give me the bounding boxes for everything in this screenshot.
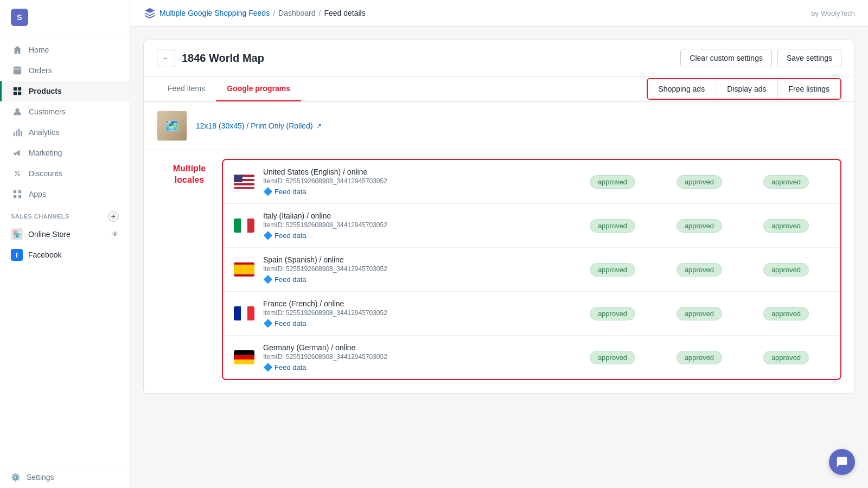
locale-feed-link-us[interactable]: 🔷 Feed data (263, 187, 560, 196)
svg-rect-2 (14, 87, 17, 91)
locale-row-de: Germany (German) / online ItemID: 525519… (223, 336, 840, 379)
settings-label: Settings (27, 473, 54, 481)
svg-rect-18 (18, 195, 21, 198)
sidebar-item-orders[interactable]: Orders (0, 60, 130, 81)
locale-feed-link-es[interactable]: 🔷 Feed data (263, 275, 560, 284)
display-ads-status-de: approved (656, 351, 743, 364)
breadcrumb-sep2: / (319, 9, 321, 17)
sidebar-item-customers[interactable]: Customers (0, 101, 130, 122)
sidebar-item-analytics-label: Analytics (29, 128, 59, 137)
settings-icon: ⚙️ (11, 473, 20, 481)
breadcrumb-current: Feed details (324, 9, 365, 17)
panel-header: ← 1846 World Map Clear custom settings S… (144, 40, 854, 76)
discounts-icon (12, 169, 22, 178)
sidebar-item-customers-label: Customers (29, 107, 66, 116)
badge-approved: approved (676, 175, 722, 189)
breadcrumb-sep1: / (273, 9, 275, 17)
badge-approved: approved (590, 219, 635, 233)
external-link-icon: ↗ (316, 122, 322, 130)
status-badges-fr: approved approved approved (569, 307, 829, 320)
sidebar-item-analytics[interactable]: Analytics (0, 122, 130, 143)
locale-feed-link-de[interactable]: 🔷 Feed data (263, 363, 560, 371)
analytics-icon (12, 127, 22, 137)
display-ads-status-us: approved (656, 175, 743, 189)
tabs-bar: Feed items Google programs Shopping ads … (144, 76, 854, 102)
tab-display-ads[interactable]: Display ads (716, 79, 777, 99)
product-row: 🗺️ 12x18 (30x45) / Print Only (Rolled) ↗ (144, 102, 854, 150)
sidebar-item-discounts-label: Discounts (29, 169, 62, 178)
home-icon (12, 45, 22, 55)
online-store-icon: 🏪 (11, 228, 23, 240)
topbar: Multiple Google Shopping Feeds / Dashboa… (130, 0, 868, 27)
customers-icon (12, 107, 22, 117)
sidebar-item-products[interactable]: Products (0, 81, 130, 101)
back-button[interactable]: ← (157, 49, 175, 67)
badge-approved: approved (763, 263, 809, 277)
free-listings-status-es: approved (743, 263, 829, 277)
main-content: Multiple Google Shopping Feeds / Dashboa… (130, 0, 868, 488)
breadcrumb-dashboard[interactable]: Dashboard (278, 9, 316, 17)
svg-rect-17 (14, 195, 16, 198)
app-logo-icon (143, 7, 156, 20)
badge-approved: approved (590, 175, 635, 189)
flag-it (234, 219, 254, 233)
product-name: 12x18 (30x45) / Print Only (Rolled) (196, 121, 313, 130)
status-badges-us: approved approved approved (569, 175, 829, 189)
tab-feed-items[interactable]: Feed items (157, 76, 216, 101)
locales-table: United States (English) / online ItemID:… (222, 159, 841, 380)
badge-approved: approved (763, 307, 809, 320)
sidebar-item-apps[interactable]: Apps (0, 184, 130, 204)
svg-rect-5 (18, 92, 21, 95)
by-woolytech-label: by WoolyTech (811, 9, 855, 17)
badge-approved: approved (763, 351, 809, 364)
tab-free-listings[interactable]: Free listings (778, 79, 840, 99)
svg-rect-16 (18, 190, 21, 193)
sales-channels-label: SALES CHANNELS (11, 213, 69, 220)
marketing-icon (12, 148, 22, 158)
svg-point-6 (15, 108, 19, 112)
sidebar-logo: S (0, 0, 130, 35)
sidebar-item-home[interactable]: Home (0, 40, 130, 60)
status-badges-it: approved approved approved (569, 219, 829, 233)
sidebar-item-marketing[interactable]: Marketing (0, 143, 130, 163)
feed-data-label-fr: Feed data (275, 319, 307, 328)
badge-approved: approved (676, 263, 722, 277)
add-sales-channel-button[interactable]: + (108, 211, 119, 222)
locale-feed-link-fr[interactable]: 🔷 Feed data (263, 319, 560, 328)
locale-name-us: United States (English) / online (263, 168, 560, 176)
locale-row-es: Spain (Spanish) / online ItemID: 5255192… (223, 248, 840, 292)
sidebar-nav: Home Orders Products Customers Analytics (0, 35, 130, 466)
sidebar: S Home Orders Products Customers (0, 0, 130, 488)
locale-info-it: Italy (Italian) / online ItemID: 5255192… (263, 211, 560, 240)
tab-shopping-ads[interactable]: Shopping ads (648, 79, 717, 99)
badge-approved: approved (763, 219, 809, 233)
online-store-visibility-icon[interactable]: 👁 (111, 230, 119, 239)
svg-rect-7 (14, 132, 15, 136)
locale-feed-link-it[interactable]: 🔷 Feed data (263, 231, 560, 240)
panel-header-left: ← 1846 World Map (157, 49, 264, 67)
sidebar-item-online-store[interactable]: 🏪 Online Store 👁 (0, 224, 130, 245)
sidebar-settings[interactable]: ⚙️ Settings (0, 466, 130, 488)
feed-panel: ← 1846 World Map Clear custom settings S… (143, 40, 855, 394)
locale-name-de: Germany (German) / online (263, 343, 560, 352)
locale-row-it: Italy (Italian) / online ItemID: 5255192… (223, 204, 840, 248)
feed-data-icon-us: 🔷 (263, 187, 272, 196)
badge-approved: approved (763, 175, 809, 189)
badge-approved: approved (676, 219, 722, 233)
orders-icon (12, 66, 22, 75)
tab-google-programs[interactable]: Google programs (216, 76, 301, 101)
facebook-icon: f (11, 249, 23, 261)
free-listings-status-fr: approved (743, 307, 829, 320)
locale-itemid-it: ItemID: 5255192608908_34412945703052 (263, 221, 560, 229)
product-name-link[interactable]: 12x18 (30x45) / Print Only (Rolled) ↗ (196, 121, 322, 130)
panel-title: 1846 World Map (182, 52, 264, 65)
chat-button[interactable] (829, 449, 855, 475)
sidebar-item-products-label: Products (29, 87, 62, 95)
sidebar-item-discounts[interactable]: Discounts (0, 163, 130, 184)
clear-settings-button[interactable]: Clear custom settings (680, 49, 772, 67)
free-listings-status-de: approved (743, 351, 829, 364)
products-icon (12, 86, 22, 96)
display-ads-status-es: approved (656, 263, 743, 277)
save-settings-button[interactable]: Save settings (777, 49, 841, 67)
sidebar-item-facebook[interactable]: f Facebook (0, 245, 130, 265)
